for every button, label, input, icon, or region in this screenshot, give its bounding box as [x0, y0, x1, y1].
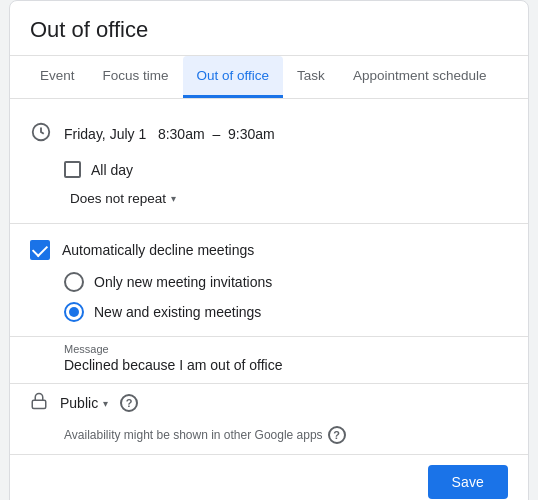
availability-text: Availability might be shown in other Goo… — [64, 426, 508, 444]
ooo-dialog: Out of office EventFocus timeOut of offi… — [9, 0, 529, 500]
form-body: Friday, July 1 8:30am – 9:30am All day D… — [10, 99, 528, 454]
message-section: Message Declined because I am out of off… — [10, 336, 528, 383]
tab-appt[interactable]: Appointment schedule — [339, 56, 501, 98]
auto-decline-row: Automatically decline meetings — [10, 232, 528, 268]
repeat-dropdown[interactable]: Does not repeat ▾ — [64, 188, 182, 209]
message-text: Declined because I am out of office — [64, 357, 508, 373]
date-label: Friday, July 1 — [64, 126, 146, 142]
chevron-down-icon: ▾ — [171, 193, 176, 204]
tab-task[interactable]: Task — [283, 56, 339, 98]
auto-decline-checkbox[interactable] — [30, 240, 50, 260]
svg-rect-1 — [32, 400, 46, 408]
allday-checkbox[interactable] — [64, 161, 81, 178]
datetime-text: Friday, July 1 8:30am – 9:30am — [64, 126, 275, 142]
radio-new-existing[interactable]: New and existing meetings — [64, 302, 508, 322]
allday-row: All day — [10, 157, 528, 182]
visibility-row: Public ▾ ? — [10, 383, 528, 422]
repeat-label: Does not repeat — [70, 191, 166, 206]
visibility-label: Public — [60, 395, 98, 411]
lock-icon — [30, 392, 48, 414]
tab-ooo[interactable]: Out of office — [183, 56, 284, 98]
visibility-chevron-icon: ▾ — [103, 398, 108, 409]
radio-options: Only new meeting invitations New and exi… — [10, 268, 528, 330]
radio-new-only-circle[interactable] — [64, 272, 84, 292]
message-label: Message — [64, 343, 508, 355]
availability-help-icon[interactable]: ? — [328, 426, 346, 444]
radio-new-only-label: Only new meeting invitations — [94, 274, 272, 290]
end-time: 9:30am — [228, 126, 275, 142]
auto-decline-label: Automatically decline meetings — [62, 242, 254, 258]
tab-bar: EventFocus timeOut of officeTaskAppointm… — [10, 56, 528, 99]
availability-row: Availability might be shown in other Goo… — [10, 422, 528, 454]
allday-label: All day — [91, 162, 133, 178]
help-icon[interactable]: ? — [120, 394, 138, 412]
radio-new-only[interactable]: Only new meeting invitations — [64, 272, 508, 292]
tab-event[interactable]: Event — [26, 56, 89, 98]
divider-1 — [10, 223, 528, 224]
datetime-row: Friday, July 1 8:30am – 9:30am — [10, 111, 528, 157]
visibility-dropdown[interactable]: Public ▾ — [56, 393, 112, 413]
title-row: Out of office — [10, 1, 528, 56]
save-button[interactable]: Save — [428, 465, 508, 499]
footer: Save — [10, 454, 528, 500]
repeat-row: Does not repeat ▾ — [10, 182, 528, 215]
clock-icon — [30, 121, 52, 147]
tab-focus[interactable]: Focus time — [89, 56, 183, 98]
radio-new-existing-label: New and existing meetings — [94, 304, 261, 320]
start-time: 8:30am — [158, 126, 205, 142]
page-title: Out of office — [30, 17, 508, 43]
radio-new-existing-circle[interactable] — [64, 302, 84, 322]
